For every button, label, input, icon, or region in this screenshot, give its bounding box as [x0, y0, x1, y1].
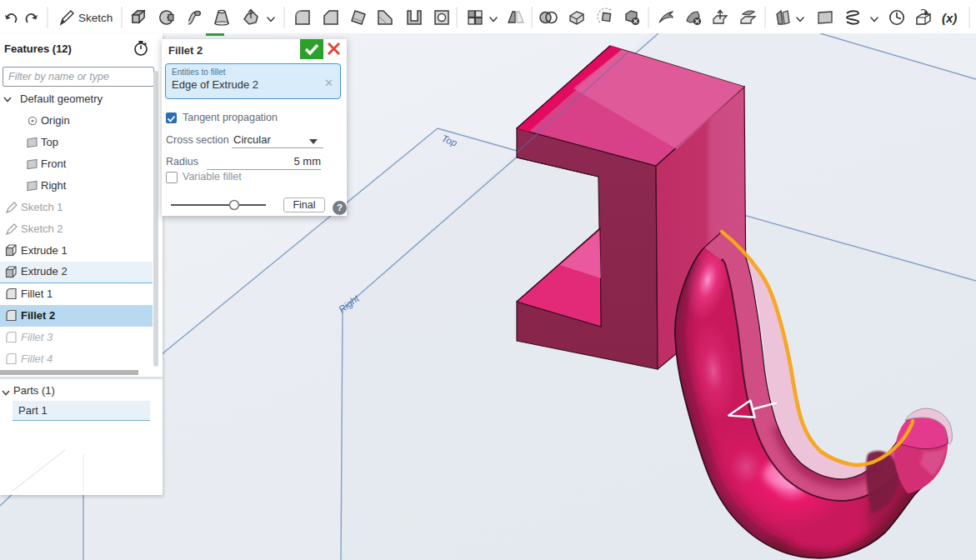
- svg-text:(x): (x): [942, 11, 957, 25]
- svg-text:Sketch: Sketch: [78, 12, 113, 24]
